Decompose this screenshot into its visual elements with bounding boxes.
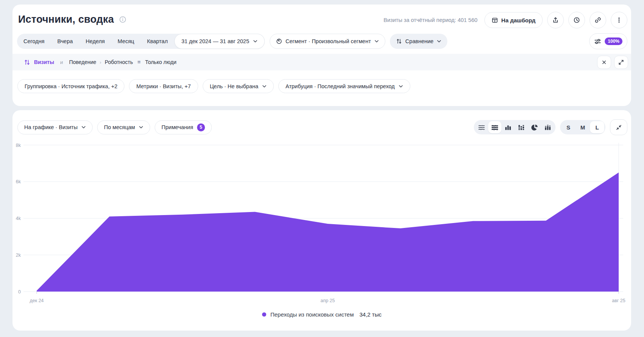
remove-filter-button[interactable] xyxy=(597,56,611,69)
page-title: Источники, сводка xyxy=(18,14,114,25)
comparison-arrows-icon xyxy=(396,38,402,44)
goal-selector[interactable]: Цель · Не выбрана xyxy=(203,79,274,93)
dashboard-button-label: На дашборд xyxy=(501,17,535,23)
svg-text:дек 24: дек 24 xyxy=(29,298,43,303)
svg-text:6k: 6k xyxy=(16,179,21,184)
on-chart-selector-label: На графике · Визиты xyxy=(24,124,78,130)
chevron-down-icon xyxy=(437,40,441,43)
strip-crumb-parent[interactable]: Поведение xyxy=(69,59,96,65)
granularity-selector-label: По месяцам xyxy=(104,124,135,130)
clock-icon xyxy=(573,17,580,23)
stacked-bar-chart-icon xyxy=(518,124,525,131)
comparison-selector[interactable]: Сравнение xyxy=(390,34,448,49)
svg-text:апр 25: апр 25 xyxy=(320,298,335,303)
history-button[interactable] xyxy=(568,12,585,28)
area-chart-icon xyxy=(491,124,498,131)
bar-chart-icon xyxy=(504,124,512,131)
tab-month[interactable]: Месяц xyxy=(111,34,141,49)
more-menu-button[interactable] xyxy=(611,12,627,28)
chart-size-l-button[interactable]: L xyxy=(590,121,604,133)
chart-type-switcher xyxy=(474,120,556,134)
chart-type-pie-button[interactable] xyxy=(528,121,541,133)
attribution-selector-label: Атрибуция · Последний значимый переход xyxy=(286,83,395,89)
dashboard-button[interactable]: На дашборд xyxy=(484,12,543,28)
kebab-icon xyxy=(616,17,622,23)
granularity-selector[interactable]: По месяцам xyxy=(97,120,150,134)
chevron-down-icon xyxy=(374,40,379,43)
info-icon[interactable] xyxy=(119,16,126,23)
legend-label: Переходы из поисковых систем xyxy=(270,311,354,318)
chart-size-s-button[interactable]: S xyxy=(561,121,576,133)
period-tabs: Сегодня Вчера Неделя Месяц Квартал 31 де… xyxy=(17,34,265,49)
strip-conjunction: и xyxy=(60,59,63,65)
notes-button[interactable]: Примечания 5 xyxy=(155,120,212,134)
tab-yesterday[interactable]: Вчера xyxy=(51,34,79,49)
strip-operator: = xyxy=(138,59,141,65)
share-icon xyxy=(552,17,559,23)
collapse-icon xyxy=(616,125,622,130)
chevron-down-icon xyxy=(253,40,258,43)
column-chart-icon xyxy=(544,124,551,131)
chart-type-bar-button[interactable] xyxy=(501,121,515,133)
line-chart-icon xyxy=(478,124,485,131)
copy-link-button[interactable] xyxy=(590,12,606,28)
expand-icon xyxy=(618,59,624,65)
pie-chart-icon xyxy=(531,124,538,131)
svg-text:2k: 2k xyxy=(16,253,21,258)
grouping-selector-label: Группировка · Источник трафика, +2 xyxy=(25,83,117,89)
metrics-selector-label: Метрики · Визиты, +7 xyxy=(136,83,191,89)
chevron-down-icon xyxy=(399,85,403,88)
close-icon xyxy=(601,59,607,65)
svg-text:4k: 4k xyxy=(16,216,21,221)
segment-pie-icon xyxy=(276,38,282,44)
chart-type-stacked-bar-button[interactable] xyxy=(515,121,528,133)
sampling-badge: 100% xyxy=(605,37,622,45)
svg-text:8k: 8k xyxy=(16,143,21,148)
applied-filter-strip: Визиты и Поведение › Роботность = Только… xyxy=(12,54,631,70)
chart-card: На графике · Визиты По месяцам Примечани… xyxy=(12,110,631,331)
notes-button-label: Примечания xyxy=(161,124,193,130)
chart-type-area-button[interactable] xyxy=(488,121,501,133)
report-header-card: Источники, сводка Визиты за отчётный пер… xyxy=(12,5,631,106)
chevron-down-icon xyxy=(81,126,86,129)
svg-text:авг 25: авг 25 xyxy=(612,298,625,303)
legend-dot xyxy=(262,312,266,317)
expand-filter-button[interactable] xyxy=(614,56,628,69)
date-range-selector[interactable]: 31 дек 2024 — 31 авг 2025 xyxy=(174,34,265,49)
tab-quarter[interactable]: Квартал xyxy=(141,34,174,49)
metrics-selector[interactable]: Метрики · Визиты, +7 xyxy=(129,79,198,93)
chart-type-line-button[interactable] xyxy=(475,121,488,133)
link-icon xyxy=(594,17,601,23)
tab-today[interactable]: Сегодня xyxy=(17,34,51,49)
dashboard-icon xyxy=(492,17,498,23)
chart-size-m-button[interactable]: M xyxy=(576,121,590,133)
strip-crumb-child[interactable]: Роботность xyxy=(105,59,133,65)
date-range-value: 31 дек 2024 — 31 авг 2025 xyxy=(182,38,249,44)
legend-item-search-traffic[interactable]: Переходы из поисковых систем 34,2 тыс xyxy=(12,311,631,318)
attribution-selector[interactable]: Атрибуция · Последний значимый переход xyxy=(278,79,410,93)
visits-period-summary: Визиты за отчётный период: 401 560 xyxy=(383,17,477,23)
grouping-selector[interactable]: Группировка · Источник трафика, +2 xyxy=(17,79,124,93)
svg-text:0: 0 xyxy=(18,289,21,295)
legend-value: 34,2 тыс xyxy=(360,311,382,318)
segments-compare-icon xyxy=(24,59,30,66)
tab-week[interactable]: Неделя xyxy=(79,34,112,49)
chevron-down-icon xyxy=(262,85,267,88)
segment-selector[interactable]: Сегмент · Произвольный сегмент xyxy=(270,34,385,49)
comparison-selector-label: Сравнение xyxy=(405,38,434,44)
sampling-button[interactable]: 100% xyxy=(589,33,627,49)
traffic-area-chart[interactable]: 02k4k6k8kдек 24апр 25авг 25 xyxy=(12,133,631,308)
segment-selector-label: Сегмент · Произвольный сегмент xyxy=(286,38,371,44)
chart-size-switcher: S M L xyxy=(560,120,605,134)
sliders-icon xyxy=(594,38,601,45)
chevron-down-icon xyxy=(139,126,143,129)
share-button[interactable] xyxy=(547,12,564,28)
goal-selector-label: Цель · Не выбрана xyxy=(210,83,258,89)
strip-metric-visits[interactable]: Визиты xyxy=(34,59,54,65)
on-chart-selector[interactable]: На графике · Визиты xyxy=(17,120,93,134)
chart-type-column-button[interactable] xyxy=(541,121,554,133)
strip-crumb-separator: › xyxy=(100,59,101,65)
strip-filter-value[interactable]: Только люди xyxy=(145,59,177,65)
notes-count-badge: 5 xyxy=(197,123,205,131)
